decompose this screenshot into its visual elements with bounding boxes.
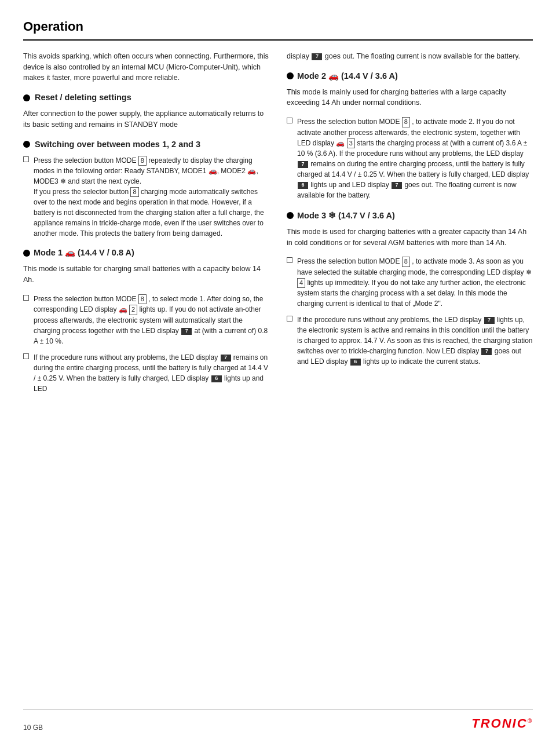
page-footer: 10 GB TRONIC® [23,709,533,733]
display-key-4: 4 [297,278,305,288]
car-icon-5: 🚗 [328,71,339,81]
mode3-item-2: If the procedure runs without any proble… [287,315,533,367]
mode2-section: Mode 2 🚗 (14.4 V / 3.6 A) This mode is m… [287,70,533,200]
mode2-title: Mode 2 🚗 (14.4 V / 3.6 A) [287,70,533,82]
car-icon-4: 🚗 [119,305,127,313]
brand-logo: TRONIC® [471,714,533,733]
display-icon-6a: 6 [211,375,222,382]
mode1-section: Mode 1 🚗 (14.4 V / 0.8 A) This mode is s… [23,247,269,393]
bullet-icon [23,94,30,101]
mode3-item-1-text: Press the selection button MODE 8 , to a… [297,256,533,309]
bullet-icon-4 [287,72,294,79]
bullet-icon-2 [23,141,30,148]
reset-body: After connection to the power supply, th… [23,108,269,130]
checkbox-1 [23,156,29,162]
checkbox-4 [287,118,292,123]
display-icon-7f: 7 [484,317,495,324]
page-title: Operation [23,17,533,41]
left-column: This avoids sparking, which often occurs… [23,51,269,695]
checkbox-3 [23,353,29,359]
display-icon-7a: 7 [181,328,192,335]
display-icon-7d: 7 [298,161,308,168]
checkbox-2 [23,295,29,301]
mode3-item-1: Press the selection button MODE 8 , to a… [287,256,533,309]
switching-section: Switching over between modes 1, 2 and 3 … [23,138,269,239]
intro-text: This avoids sparking, which often occurs… [23,51,269,83]
car-icon-1: 🚗 [209,167,217,175]
display-icon-6b: 6 [298,182,308,189]
mode1-body: This mode is suitable for charging small… [23,264,269,286]
brand-trademark: ® [528,718,533,724]
mode1-cont-text: display 7 goes out. The floating current… [287,51,533,62]
display-icon-7b: 7 [221,355,231,361]
snowflake-icon-3: ❄ [526,268,532,276]
car-icon-2: 🚗 [247,167,256,175]
right-column: display 7 goes out. The floating current… [287,51,533,695]
mode2-item-1-text: Press the selection button MODE 8 , to a… [297,116,533,200]
mode1-item-2-text: If the procedure runs without any proble… [34,352,269,394]
switching-item-1-text: Press the selection button MODE 8 repeat… [34,155,269,239]
mode3-title: Mode 3 ❄ (14.7 V / 3.6 A) [287,210,533,222]
car-icon-3: 🚗 [65,248,75,257]
mode1-item-2: If the procedure runs without any proble… [23,352,269,394]
mode1-title: Mode 1 🚗 (14.4 V / 0.8 A) [23,247,269,259]
snowflake-icon-2: ❄ [328,211,336,220]
mode-key-2: 8 [130,187,138,197]
snowflake-icon-1: ❄ [60,177,66,185]
reset-section: Reset / deleting settings After connecti… [23,92,269,130]
car-icon-6: 🚗 [336,139,345,147]
two-column-layout: This avoids sparking, which often occurs… [23,51,533,695]
mode2-item-1: Press the selection button MODE 8 , to a… [287,116,533,200]
checkbox-6 [287,316,292,322]
bullet-icon-5 [287,212,294,219]
mode2-body: This mode is mainly used for charging ba… [287,87,533,109]
mode-key-1: 8 [138,156,147,166]
mode3-item-2-text: If the procedure runs without any proble… [297,315,533,367]
mode-key-4: 8 [402,117,410,127]
display-icon-7c: 7 [312,53,322,60]
display-key-3: 3 [347,138,355,148]
display-icon-6c: 6 [350,359,361,366]
mode-key-5: 8 [402,257,410,266]
mode-key-3: 8 [138,294,147,304]
display-icon-7g: 7 [481,348,492,355]
page-number: 10 GB [23,723,43,733]
bullet-icon-3 [23,250,30,257]
mode3-body: This mode is used for charging batteries… [287,227,533,249]
display-icon-7e: 7 [392,182,402,189]
mode1-item-1: Press the selection button MODE 8 , to s… [23,294,269,346]
reset-title: Reset / deleting settings [23,92,269,104]
switching-title: Switching over between modes 1, 2 and 3 [23,138,269,151]
page: Operation This avoids sparking, which of… [0,0,556,756]
switching-item-1: Press the selection button MODE 8 repeat… [23,155,269,239]
mode1-item-1-text: Press the selection button MODE 8 , to s… [34,294,269,346]
display-key-2: 2 [129,305,137,315]
checkbox-5 [287,257,292,263]
mode3-section: Mode 3 ❄ (14.7 V / 3.6 A) This mode is u… [287,210,533,367]
